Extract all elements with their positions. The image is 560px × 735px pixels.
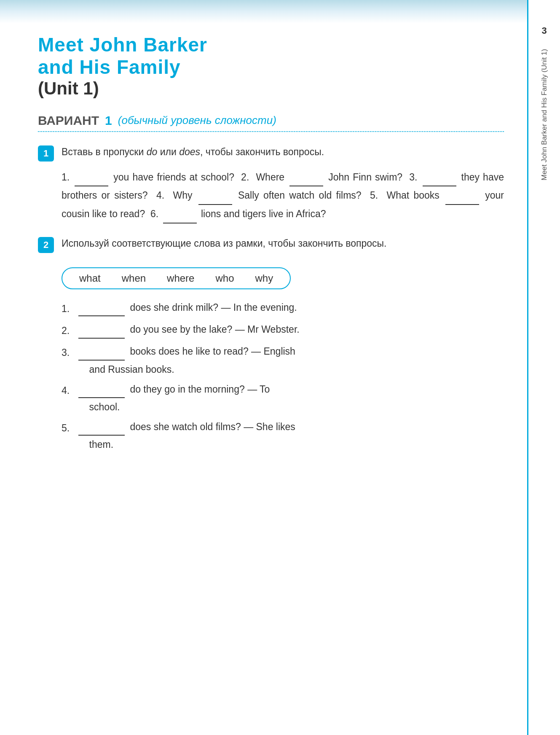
variant-number: 1 [105,113,112,128]
sentence-item-1: 1. does she drink milk? — In the evening… [62,299,504,319]
exercise-1-instruction: Вставь в пропуски do или does, чтобы зак… [62,145,504,159]
exercise-1-instruction-post: , чтобы закончить вопросы. [200,146,324,157]
word-box-why: why [255,272,273,284]
sentence-num-2: 2. [62,320,78,341]
blank-2-5[interactable] [78,435,125,436]
sentence-list: 1. does she drink milk? — In the evening… [62,299,504,454]
blank-1-2[interactable] [289,186,323,186]
sentence-item-4: 4. do they go in the morning? — To schoo… [62,380,504,416]
exercise-1-header: 1 Вставь в пропуски do или does, чтобы з… [38,145,504,162]
variant-header: ВАРИАНТ 1 (обычный уровень сложности) [38,113,504,132]
sentence-num-1: 1. [62,299,78,319]
title-suffix: (Unit 1) [38,78,99,98]
exercise-1-do: do [147,146,158,157]
blank-1-3[interactable] [423,186,456,186]
exercise-1-text: 1. you have friends at school? 2. Where … [62,168,504,223]
title-blue-text: Meet John Barkerand His Family [38,34,504,78]
blank-2-4[interactable] [78,397,125,398]
exercise-1-does: does [179,146,200,157]
word-box-where: where [167,272,194,284]
word-box: what when where who why [62,267,291,289]
exercise-2-badge: 2 [38,237,54,253]
blank-2-3[interactable] [78,360,125,361]
word-box-what: what [79,272,101,284]
blank-1-5[interactable] [445,204,479,205]
sentence-item-5: 5. does she watch old films? — She likes… [62,418,504,454]
word-box-who: who [215,272,234,284]
sentence-num-3: 3. [62,342,78,363]
variant-subtitle: (обычный уровень сложности) [118,114,276,127]
exercise-1-instruction-mid: или [157,146,179,157]
blank-1-6[interactable] [163,223,197,223]
exercise-2-block: 2 Используй соответствующие слова из рам… [38,236,504,454]
blank-2-2[interactable] [78,338,125,339]
blank-1-1[interactable] [75,186,108,186]
exercise-1-badge: 1 [38,145,54,162]
exercise-2-instruction: Используй соответствующие слова из рамки… [62,236,504,251]
sidebar-rotated-text: Meet John Barker and His Family (Unit 1) [539,49,549,180]
blank-2-1[interactable] [78,315,125,316]
sentence-item-3: 3. books does he like to read? — English… [62,342,504,378]
sentence-text-5: does she watch old films? — She likes th… [78,418,504,454]
page-number: 3 [541,25,547,36]
sentence-text-2: do you see by the lake? — Mr Webster. [78,320,504,339]
word-box-when: when [122,272,146,284]
exercise-1-block: 1 Вставь в пропуски do или does, чтобы з… [38,145,504,223]
variant-label: ВАРИАНТ [38,113,99,128]
exercise-1-instruction-pre: Вставь в пропуски [62,146,147,157]
sentence-text-3: books does he like to read? — English an… [78,342,504,378]
exercise-2-header: 2 Используй соответствующие слова из рам… [38,236,504,253]
sentence-num-4: 4. [62,380,78,401]
sentence-text-4: do they go in the morning? — To school. [78,380,504,416]
page: Meet John Barkerand His Family (Unit 1) … [0,0,560,735]
blank-1-4[interactable] [198,204,232,205]
main-content: Meet John Barkerand His Family (Unit 1) … [0,0,527,735]
sentence-num-5: 5. [62,418,78,438]
title-block: Meet John Barkerand His Family (Unit 1) [38,34,504,99]
sentence-item-2: 2. do you see by the lake? — Mr Webster. [62,320,504,341]
sentence-text-1: does she drink milk? — In the evening. [78,299,504,317]
right-sidebar: 3 Meet John Barker and His Family (Unit … [527,0,560,735]
